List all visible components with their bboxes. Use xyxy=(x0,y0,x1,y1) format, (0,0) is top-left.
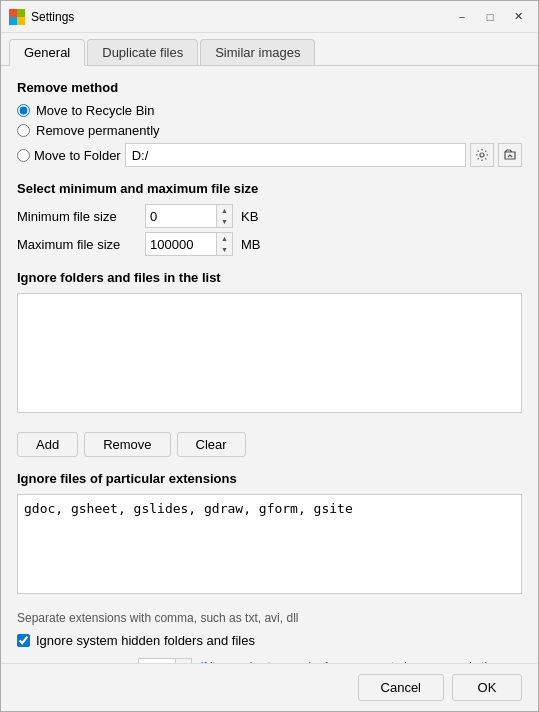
maximize-button[interactable]: □ xyxy=(478,7,502,27)
tab-similar-images[interactable]: Similar images xyxy=(200,39,315,65)
folder-path-input[interactable] xyxy=(125,143,466,167)
minimize-button[interactable]: − xyxy=(450,7,474,27)
max-size-input-wrap: ▲ ▼ xyxy=(145,232,233,256)
radio-move-to-folder-label: Move to Folder xyxy=(34,148,121,163)
ignore-list-title: Ignore folders and files in the list xyxy=(17,270,522,285)
remove-method-title: Remove method xyxy=(17,80,522,95)
radio-move-to-folder[interactable] xyxy=(17,149,30,162)
max-size-label: Maximum file size xyxy=(17,237,137,252)
footer: Cancel OK xyxy=(1,663,538,711)
system-hidden-label: Ignore system hidden folders and files xyxy=(36,633,255,648)
min-size-input-wrap: ▲ ▼ xyxy=(145,204,233,228)
ok-button[interactable]: OK xyxy=(452,674,522,701)
max-size-row: Maximum file size ▲ ▼ MB xyxy=(17,232,522,256)
settings-window: Settings − □ ✕ General Duplicate files S… xyxy=(0,0,539,712)
min-size-up[interactable]: ▲ xyxy=(217,205,232,216)
min-size-input[interactable] xyxy=(146,205,216,227)
radio-remove-permanently[interactable] xyxy=(17,124,30,137)
cancel-button[interactable]: Cancel xyxy=(358,674,444,701)
main-content: Remove method Move to Recycle Bin Remove… xyxy=(1,66,538,663)
min-size-row: Minimum file size ▲ ▼ KB xyxy=(17,204,522,228)
list-buttons: Add Remove Clear xyxy=(17,432,522,457)
title-bar: Settings − □ ✕ xyxy=(1,1,538,33)
window-controls: − □ ✕ xyxy=(450,7,530,27)
tab-general[interactable]: General xyxy=(9,39,85,66)
radio-row-folder: Move to Folder xyxy=(17,143,522,167)
system-hidden-checkbox[interactable] xyxy=(17,634,30,647)
extensions-textarea[interactable]: gdoc, gsheet, gslides, gdraw, gform, gsi… xyxy=(17,494,522,594)
tab-duplicate-files[interactable]: Duplicate files xyxy=(87,39,198,65)
file-size-title: Select minimum and maximum file size xyxy=(17,181,522,196)
folder-settings-button[interactable] xyxy=(470,143,494,167)
radio-recycle-bin-label: Move to Recycle Bin xyxy=(36,103,155,118)
max-size-down[interactable]: ▼ xyxy=(217,244,232,255)
add-button[interactable]: Add xyxy=(17,432,78,457)
extensions-section: Ignore files of particular extensions gd… xyxy=(17,471,522,601)
max-size-input[interactable] xyxy=(146,233,216,255)
radio-remove-permanently-label: Remove permanently xyxy=(36,123,160,138)
max-size-unit: MB xyxy=(241,237,266,252)
radio-row-recycle: Move to Recycle Bin xyxy=(17,103,522,118)
extensions-title: Ignore files of particular extensions xyxy=(17,471,522,486)
svg-rect-3 xyxy=(17,17,25,25)
extensions-hint: Separate extensions with comma, such as … xyxy=(17,611,522,625)
remove-method-group: Move to Recycle Bin Remove permanently M… xyxy=(17,103,522,167)
min-size-label: Minimum file size xyxy=(17,209,137,224)
close-button[interactable]: ✕ xyxy=(506,7,530,27)
tabs-bar: General Duplicate files Similar images xyxy=(1,33,538,66)
svg-rect-1 xyxy=(17,9,25,17)
clear-button[interactable]: Clear xyxy=(177,432,246,457)
ignore-list-textarea[interactable] xyxy=(17,293,522,413)
svg-rect-2 xyxy=(9,17,17,25)
min-size-unit: KB xyxy=(241,209,266,224)
system-hidden-row: Ignore system hidden folders and files xyxy=(17,633,522,648)
app-icon xyxy=(9,9,25,25)
svg-point-4 xyxy=(480,153,484,157)
radio-row-permanent: Remove permanently xyxy=(17,123,522,138)
ignore-list-section: Ignore folders and files in the list xyxy=(17,270,522,422)
file-size-section: Select minimum and maximum file size Min… xyxy=(17,181,522,256)
svg-rect-0 xyxy=(9,9,17,17)
window-title: Settings xyxy=(31,10,450,24)
radio-recycle-bin[interactable] xyxy=(17,104,30,117)
min-size-down[interactable]: ▼ xyxy=(217,216,232,227)
max-size-spinner: ▲ ▼ xyxy=(216,233,232,255)
min-size-spinner: ▲ ▼ xyxy=(216,205,232,227)
max-size-up[interactable]: ▲ xyxy=(217,233,232,244)
folder-open-button[interactable] xyxy=(498,143,522,167)
remove-button[interactable]: Remove xyxy=(84,432,170,457)
